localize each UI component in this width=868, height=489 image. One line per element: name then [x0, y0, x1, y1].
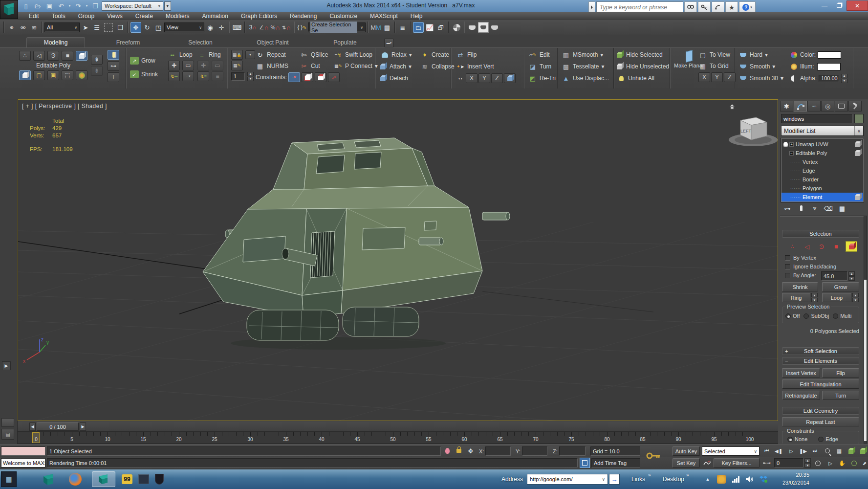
tab-object-paint[interactable]: Object Paint [237, 38, 309, 47]
alpha-field[interactable]: 100.00 [819, 75, 839, 82]
soft-selection-rollout-header[interactable]: +Soft Selection [782, 347, 859, 355]
curve-editor-icon[interactable] [424, 22, 435, 33]
menu-item-edit[interactable]: Edit [22, 13, 45, 20]
tray-signal-icon[interactable] [730, 471, 742, 487]
by-angle-field[interactable]: 45.0 [821, 271, 847, 281]
expand-strip-icon[interactable] [2, 361, 11, 370]
rendered-frame-icon[interactable] [478, 22, 489, 33]
start-button[interactable]: ▦ [1, 471, 17, 487]
menu-item-customize[interactable]: Customize [323, 13, 364, 20]
polygon-mode-icon[interactable] [62, 51, 73, 61]
add-time-tag-field[interactable]: Add Time Tag [591, 458, 640, 467]
viewport-label[interactable]: [ + ] [ Perspective ] [ Shaded ] [22, 103, 107, 110]
tab-populate[interactable]: Populate [309, 38, 381, 47]
render-production-icon[interactable] [489, 22, 500, 33]
pin-stack-icon[interactable] [783, 204, 792, 213]
links-toolbar[interactable]: Links [631, 476, 645, 483]
address-url-field[interactable]: http://google.com/∨ [527, 474, 608, 485]
unlink-selection-icon[interactable] [18, 22, 28, 33]
snap-toggle-icon[interactable]: 3∩ [247, 22, 258, 33]
editable-poly-cage-icon[interactable]: ▢ [33, 70, 45, 80]
show-end-result-icon[interactable] [108, 50, 119, 60]
tray-volume-icon[interactable] [744, 471, 756, 487]
alpha-spinner[interactable]: ▲▼ [841, 74, 847, 83]
set-keys-key-icon[interactable] [644, 447, 663, 464]
ring-label[interactable]: Ring [209, 51, 221, 58]
flip-button[interactable]: Flip [456, 50, 516, 60]
rollout-scrollbar[interactable] [864, 216, 867, 444]
align-x-button[interactable]: X [698, 72, 710, 82]
element-mode-icon[interactable] [76, 51, 87, 61]
ignore-backfacing-checkbox[interactable]: Ignore Backfacing [785, 264, 836, 269]
shrink-button[interactable]: Shrink [782, 282, 818, 291]
maxscript-mini-listener[interactable]: Welcome to MAXScript [1, 458, 45, 467]
flip-about-object-icon[interactable] [504, 73, 516, 83]
key-mode-dropdown[interactable]: Selected∨ [702, 446, 760, 456]
ribbon-minimize-icon[interactable]: ▬▾ [384, 39, 394, 47]
by-angle-checkbox[interactable]: By Angle: [785, 272, 816, 278]
hard-button[interactable]: Hard▾ [738, 50, 783, 60]
taskbar-99-icon[interactable]: 99 [119, 471, 135, 487]
previous-frame-arrow[interactable] [29, 422, 36, 431]
ring-button[interactable]: Ring [782, 293, 810, 302]
tab-modify-icon[interactable] [794, 101, 807, 111]
loop-label[interactable]: Loop [179, 51, 193, 58]
tris-turn-button[interactable]: Turn [528, 62, 556, 71]
re-tri-button[interactable]: Re-Tri [528, 73, 556, 83]
selection-filter-dropdown[interactable]: All∨ [44, 22, 80, 32]
flip-button-rollout[interactable]: Flip [822, 368, 859, 378]
mirror-icon[interactable]: MM [370, 22, 381, 33]
attach-button[interactable]: Attach▾ [380, 62, 412, 71]
keyboard-override-icon[interactable] [232, 22, 242, 33]
next-modifier-up-icon[interactable] [91, 55, 103, 65]
stack-row-border[interactable]: ······Border [781, 175, 863, 184]
collapse-stack-icon[interactable]: ▣ [47, 70, 59, 80]
smooth-button[interactable]: Smooth▾ [738, 62, 783, 71]
zoom-extents-all-icon[interactable] [857, 445, 868, 456]
mini-listener-toggle-icon[interactable]: ▤ [1, 429, 14, 440]
flip-x-button[interactable]: X [466, 73, 477, 83]
redo-dropdown-icon[interactable] [85, 0, 89, 11]
strip-button-1[interactable] [1, 418, 14, 427]
percent-snap-icon[interactable]: %∩ [270, 22, 281, 33]
align-y-button[interactable]: Y [711, 72, 723, 82]
edge-mode-icon[interactable] [33, 51, 45, 61]
angle-snap-icon[interactable]: ∠∩ [259, 22, 269, 33]
preserve-uvs-dropdown-icon[interactable] [245, 50, 255, 59]
collapse-icon[interactable]: − [789, 151, 794, 156]
stack-row-polygon[interactable]: ······Polygon [781, 184, 863, 193]
to-grid-button[interactable]: To Grid [698, 61, 736, 71]
grow-button[interactable]: Grow [822, 282, 859, 291]
taskbar-shield-icon[interactable] [152, 471, 167, 487]
loop-playback-icon[interactable] [761, 458, 772, 468]
reference-coordinate-dropdown[interactable]: View∨ [164, 22, 204, 32]
set-key-button[interactable]: Set Key [673, 458, 700, 467]
qslice-button[interactable]: QSlice [300, 50, 328, 60]
msmooth-button[interactable]: MSmooth▾ [562, 50, 609, 60]
by-vertex-checkbox[interactable]: By Vertex [785, 255, 816, 261]
menu-item-group[interactable]: Group [72, 13, 101, 20]
material-editor-icon[interactable] [451, 22, 462, 33]
window-crossing-icon[interactable] [115, 22, 126, 33]
tray-network-icon[interactable] [716, 471, 727, 487]
create-button[interactable]: Create [420, 50, 455, 60]
swift-loop-button[interactable]: ╌↯Swift Loop [334, 50, 378, 60]
select-by-name-icon[interactable] [91, 22, 102, 33]
edit-spinner[interactable]: ▲▼ [247, 72, 254, 81]
auto-key-button[interactable]: Auto Key [673, 446, 700, 456]
select-move-icon[interactable] [130, 22, 141, 33]
turn-button[interactable]: Turn [822, 391, 859, 400]
save-icon[interactable] [44, 0, 55, 11]
soft-selection-sphere-icon[interactable] [76, 70, 87, 80]
vertex-color-swatch[interactable] [818, 51, 841, 59]
border-subobject-icon[interactable] [816, 242, 827, 251]
flip-axis-icon[interactable] [456, 74, 465, 82]
smooth-30-button[interactable]: Smooth 30▾ [738, 73, 783, 83]
expand-icon[interactable]: + [789, 142, 794, 147]
grid-setting-field[interactable]: Grid = 10.0 [590, 446, 640, 456]
repeat-last-button[interactable]: Repeat Last [782, 417, 859, 426]
play-animation-icon[interactable] [786, 445, 797, 456]
select-manipulate-icon[interactable] [216, 22, 227, 33]
time-slider-handle[interactable]: 0 / 100 [37, 422, 79, 431]
collapse-button[interactable]: Collapse [420, 62, 455, 71]
